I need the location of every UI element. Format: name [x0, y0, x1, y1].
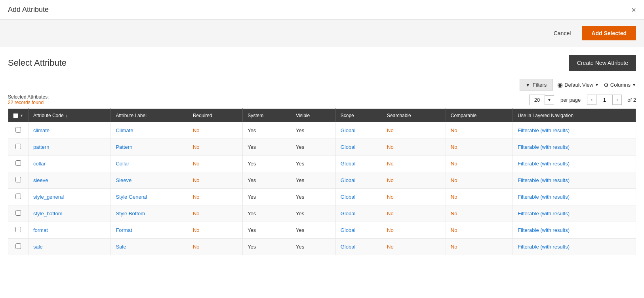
filters-button[interactable]: ▼ Filters	[520, 79, 553, 91]
visible-cell: Yes	[291, 122, 336, 139]
th-visible[interactable]: Visible	[291, 109, 336, 123]
close-button[interactable]: ×	[631, 6, 636, 14]
attr-code-link[interactable]: style_bottom	[33, 211, 63, 216]
searchable-cell: No	[382, 139, 446, 156]
table-row: formatFormatNoYesYesGlobalNoNoFilterable…	[8, 222, 636, 239]
attr-code-link[interactable]: collar	[33, 161, 46, 167]
scope-cell: Global	[335, 239, 382, 255]
row-select-checkbox[interactable]	[15, 210, 21, 216]
scope-cell: Global	[335, 189, 382, 205]
table-row: style_generalStyle GeneralNoYesYesGlobal…	[8, 189, 636, 205]
add-selected-button[interactable]: Add Selected	[582, 26, 636, 40]
system-cell: Yes	[243, 172, 291, 189]
page-number-input[interactable]	[596, 95, 612, 105]
attr-label-cell: Pattern	[111, 139, 188, 156]
row-select-checkbox[interactable]	[15, 160, 21, 166]
page-navigation: ‹ ›	[587, 95, 622, 105]
per-page-value: 20	[529, 95, 545, 105]
layered-nav-cell: Filterable (with results)	[513, 239, 636, 255]
searchable-cell: No	[382, 172, 446, 189]
required-cell: No	[188, 172, 242, 189]
th-required[interactable]: Required	[188, 109, 242, 123]
eye-icon: ◉	[557, 81, 563, 89]
attr-label-link[interactable]: Climate	[116, 127, 133, 133]
attr-code-cell: sleeve	[28, 172, 111, 189]
per-page-label: per page	[560, 97, 581, 103]
cancel-button[interactable]: Cancel	[547, 27, 577, 40]
page-total-label: of 2	[627, 97, 636, 103]
layered-nav-cell: Filterable (with results)	[513, 189, 636, 205]
pagination-row: Selected Attributes: 22 records found 20…	[8, 94, 636, 105]
per-page-dropdown-button[interactable]: ▼	[545, 95, 554, 104]
attr-label-link[interactable]: Sleeve	[116, 177, 131, 183]
layered-nav-cell: Filterable (with results)	[513, 139, 636, 156]
row-checkbox-cell	[8, 205, 29, 222]
layered-nav-cell: Filterable (with results)	[513, 222, 636, 239]
th-checkbox: ▼	[8, 109, 29, 123]
row-select-checkbox[interactable]	[15, 227, 21, 232]
system-cell: Yes	[243, 239, 291, 255]
attr-code-link[interactable]: format	[33, 227, 48, 233]
comparable-cell: No	[446, 239, 513, 255]
system-cell: Yes	[243, 189, 291, 205]
header-checkbox-arrow[interactable]: ▼	[20, 114, 23, 118]
prev-page-button[interactable]: ‹	[587, 95, 596, 105]
columns-chevron-icon: ▼	[632, 83, 636, 87]
next-page-button[interactable]: ›	[612, 95, 622, 105]
system-cell: Yes	[243, 122, 291, 139]
attr-label-link[interactable]: Format	[116, 227, 132, 233]
comparable-cell: No	[446, 172, 513, 189]
layered-nav-cell: Filterable (with results)	[513, 156, 636, 172]
scope-cell: Global	[335, 222, 382, 239]
attr-code-cell: style_general	[28, 189, 111, 205]
attr-label-link[interactable]: Collar	[116, 161, 129, 167]
visible-cell: Yes	[291, 239, 336, 255]
th-comparable[interactable]: Comparable	[446, 109, 513, 123]
scope-cell: Global	[335, 172, 382, 189]
attr-label-link[interactable]: Style Bottom	[116, 211, 145, 216]
required-cell: No	[188, 205, 242, 222]
comparable-cell: No	[446, 222, 513, 239]
row-select-checkbox[interactable]	[15, 194, 21, 199]
th-layered-nav[interactable]: Use in Layered Navigation	[513, 109, 636, 123]
attr-label-link[interactable]: Style General	[116, 194, 147, 200]
attr-label-cell: Format	[111, 222, 188, 239]
table-row: saleSaleNoYesYesGlobalNoNoFilterable (wi…	[8, 239, 636, 255]
select-all-checkbox[interactable]	[13, 113, 18, 118]
row-select-checkbox[interactable]	[15, 243, 21, 249]
attr-label-link[interactable]: Sale	[116, 244, 126, 250]
per-page-select: 20 ▼	[529, 95, 554, 105]
table-row: sleeveSleeveNoYesYesGlobalNoNoFilterable…	[8, 172, 636, 189]
visible-cell: Yes	[291, 139, 336, 156]
th-searchable[interactable]: Searchable	[382, 109, 446, 123]
view-selector[interactable]: ◉ Default View ▼	[557, 81, 599, 89]
attr-code-link[interactable]: style_general	[33, 194, 64, 200]
th-system[interactable]: System	[243, 109, 291, 123]
visible-cell: Yes	[291, 205, 336, 222]
table-row: patternPatternNoYesYesGlobalNoNoFilterab…	[8, 139, 636, 156]
attr-code-link[interactable]: pattern	[33, 144, 49, 150]
attr-code-link[interactable]: sleeve	[33, 177, 48, 183]
attr-code-link[interactable]: sale	[33, 244, 43, 250]
title-bar: Add Attribute ×	[0, 0, 644, 20]
create-new-attribute-button[interactable]: Create New Attribute	[569, 55, 636, 71]
attributes-table: ▼ Attribute Code ↓ Attribute Label Requi…	[8, 108, 636, 255]
attr-label-link[interactable]: Pattern	[116, 144, 132, 150]
row-checkbox-cell	[8, 172, 29, 189]
table-row: climateClimateNoYesYesGlobalNoNoFilterab…	[8, 122, 636, 139]
row-select-checkbox[interactable]	[15, 144, 21, 149]
attr-label-cell: Collar	[111, 156, 188, 172]
attr-label-cell: Sleeve	[111, 172, 188, 189]
th-scope[interactable]: Scope	[335, 109, 382, 123]
row-select-checkbox[interactable]	[15, 127, 21, 133]
attr-code-link[interactable]: climate	[33, 127, 50, 133]
row-select-checkbox[interactable]	[15, 177, 21, 182]
th-attribute-code[interactable]: Attribute Code ↓	[28, 109, 111, 123]
dialog-title: Add Attribute	[8, 6, 49, 14]
th-attribute-label[interactable]: Attribute Label	[111, 109, 188, 123]
comparable-cell: No	[446, 189, 513, 205]
visible-cell: Yes	[291, 189, 336, 205]
columns-selector[interactable]: ⚙ Columns ▼	[604, 82, 636, 88]
searchable-cell: No	[382, 222, 446, 239]
comparable-cell: No	[446, 205, 513, 222]
